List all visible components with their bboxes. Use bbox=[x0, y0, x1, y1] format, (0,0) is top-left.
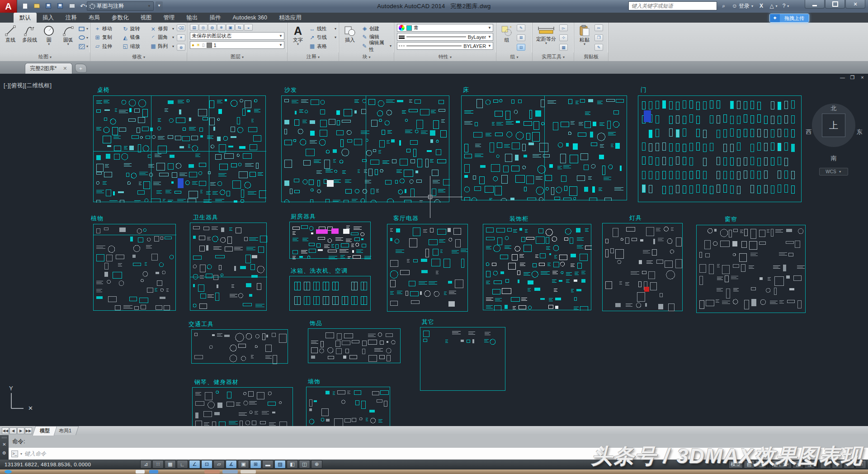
ellipse-button[interactable]: ▾ bbox=[78, 33, 89, 42]
category-box-others[interactable] bbox=[420, 327, 505, 391]
group-selection-toggle[interactable]: ⊟ bbox=[517, 44, 525, 51]
rectangle-button[interactable]: ▾ bbox=[78, 24, 89, 33]
coordinates-readout[interactable]: 131391.6822, 48198.8536, 0.0000 bbox=[5, 460, 91, 469]
ribbon-tab-8[interactable]: 插件 bbox=[204, 13, 227, 23]
viewcube[interactable]: 北 南 西 东 上 WCS ▼ bbox=[802, 99, 865, 177]
panel-label-layers[interactable]: 图层 ▾ bbox=[187, 52, 287, 61]
category-box-curtains[interactable] bbox=[696, 225, 806, 313]
toggle-quick-properties[interactable]: ◧ bbox=[287, 460, 298, 469]
autodesk360-button[interactable]: △▾ bbox=[768, 1, 779, 10]
ribbon-tab-10[interactable]: 精选应用 bbox=[273, 13, 307, 23]
layer-walk-button[interactable]: ◒ bbox=[244, 24, 253, 31]
toggle-dynamic-input[interactable]: ⊞ bbox=[250, 460, 261, 469]
lineweight-dropdown[interactable]: ByLayer ▼ bbox=[397, 33, 493, 41]
save-button[interactable] bbox=[43, 1, 53, 10]
join-button[interactable]: ⊕ bbox=[177, 44, 185, 51]
annotation-scale-button[interactable]: ◭ 1:1 ▼ bbox=[771, 460, 792, 469]
explode-button[interactable]: ✶ bbox=[177, 34, 185, 41]
category-box-ornaments[interactable] bbox=[308, 328, 401, 363]
plot-button[interactable] bbox=[67, 1, 77, 10]
cut-button[interactable]: ✂ bbox=[594, 24, 603, 31]
ribbon-tab-3[interactable]: 布局 bbox=[83, 13, 106, 23]
save-as-button[interactable] bbox=[55, 1, 65, 10]
ungroup-button[interactable]: ✎ bbox=[517, 24, 525, 31]
panel-label-modify[interactable]: 修改 ▾ bbox=[90, 52, 187, 61]
help-button[interactable]: ?▾ bbox=[780, 1, 791, 10]
toggle-object-snap[interactable]: ⊡ bbox=[201, 460, 212, 469]
arc-button[interactable]: 圆弧 ▼ bbox=[59, 24, 78, 52]
toggle-3d-object-snap[interactable]: ▱ bbox=[213, 460, 225, 469]
drag-upload-badge[interactable]: ✦ 拖拽上传 bbox=[769, 14, 809, 23]
qat-customize-button[interactable]: ▼ bbox=[156, 1, 163, 11]
start-orb-icon[interactable] bbox=[5, 470, 12, 474]
wcs-dropdown[interactable]: WCS ▼ bbox=[819, 168, 848, 175]
dimension-linear-button[interactable]: ↔线性▾ bbox=[308, 24, 337, 33]
taskbar-app-icon[interactable] bbox=[136, 470, 145, 474]
chevron-down-icon[interactable]: ▾ bbox=[20, 452, 22, 456]
category-box-appliances[interactable] bbox=[289, 276, 371, 311]
viewcube-north[interactable]: 北 bbox=[828, 104, 840, 113]
signin-button[interactable]: ☺ 登录 ▾ bbox=[731, 1, 755, 10]
modify-镜像-button[interactable]: ◭镜像 bbox=[121, 33, 147, 42]
layer-dropdown[interactable]: ● ☀ ▯ 1 ▼ bbox=[190, 41, 284, 49]
quick-select-button[interactable]: ▻ bbox=[559, 24, 568, 31]
workspace-dropdown[interactable]: 草图与注释 ▼ bbox=[87, 1, 154, 11]
insert-block-button[interactable]: 插入 bbox=[340, 24, 359, 52]
group-edit-button[interactable]: ⊞ bbox=[517, 34, 525, 41]
layer-state-dropdown[interactable]: 未保存的图层状态 ▼ bbox=[190, 32, 284, 40]
drag-grip[interactable] bbox=[2, 437, 7, 438]
drawing-minimize-icon[interactable]: — bbox=[840, 75, 845, 80]
leader-button[interactable]: ↗引线▾ bbox=[308, 33, 337, 42]
taskbar-thumbnail[interactable] bbox=[241, 470, 256, 474]
modify-缩放-button[interactable]: ◱缩放 bbox=[121, 42, 147, 51]
close-tab-icon[interactable]: ✕ bbox=[63, 66, 67, 71]
model-space-button[interactable]: 模型 bbox=[728, 460, 743, 469]
copy-clip-button[interactable]: ❐ bbox=[594, 34, 603, 41]
id-point-button[interactable]: ⊹ bbox=[559, 34, 568, 41]
paste-button[interactable]: 粘贴 ▼ bbox=[576, 24, 594, 52]
drawing-restore-icon[interactable]: ❐ bbox=[849, 75, 855, 81]
match-properties-button[interactable]: ✎ bbox=[594, 44, 603, 51]
search-button[interactable]: ⌕ bbox=[718, 1, 729, 10]
toggle-annotation-monitor[interactable]: ⊕ bbox=[311, 460, 322, 469]
panel-label-block[interactable]: 块 ▾ bbox=[339, 52, 394, 61]
ribbon-tab-2[interactable]: 注释 bbox=[60, 13, 83, 23]
taskbar-clock-area[interactable] bbox=[837, 470, 864, 474]
isolate-objects-button[interactable]: ⊘ bbox=[844, 460, 854, 469]
category-box-lamps[interactable] bbox=[602, 223, 683, 311]
linetype-dropdown[interactable]: BYLAYER ▼ bbox=[397, 42, 493, 50]
modify-修剪-button[interactable]: ⨯修剪▾ bbox=[149, 24, 175, 33]
quick-view-drawings-button[interactable]: ◫ bbox=[755, 460, 766, 469]
ribbon-tab-5[interactable]: 视图 bbox=[135, 13, 158, 23]
modify-圆角-button[interactable]: ◜圆角▾ bbox=[149, 33, 175, 42]
polyline-button[interactable]: 多段线 bbox=[21, 24, 39, 52]
panel-label-utilities[interactable]: 实用工具 ▾ bbox=[533, 52, 574, 61]
command-history-line[interactable]: 命令: bbox=[9, 435, 868, 448]
ribbon-tab-7[interactable]: 输出 bbox=[181, 13, 204, 23]
modify-移动-button[interactable]: ＋移动 bbox=[93, 24, 119, 33]
category-box-sofas[interactable] bbox=[281, 95, 449, 202]
layer-lock-button[interactable]: ▣ bbox=[226, 24, 235, 31]
annotation-autoscale-button[interactable]: ◮ bbox=[804, 460, 815, 469]
toggle-snap-mode[interactable]: ∷ bbox=[152, 460, 164, 469]
toggle-polar-tracking[interactable]: ∠ bbox=[189, 460, 200, 469]
category-box-vehicles[interactable] bbox=[191, 329, 288, 364]
category-box-plants[interactable] bbox=[93, 224, 176, 311]
modify-旋转-button[interactable]: ↻旋转 bbox=[121, 24, 147, 33]
category-box-kitchen[interactable] bbox=[289, 222, 371, 259]
ribbon-tab-6[interactable]: 管理 bbox=[158, 13, 181, 23]
next-tab-button[interactable]: ▶ bbox=[17, 427, 24, 434]
restore-button[interactable] bbox=[825, 0, 845, 9]
circle-button[interactable]: 圆 ▼ bbox=[40, 24, 58, 52]
category-box-wall-decor[interactable] bbox=[306, 387, 390, 426]
exchange-apps-button[interactable]: X bbox=[756, 1, 767, 10]
minimize-button[interactable] bbox=[805, 0, 825, 9]
model-tab[interactable]: 模型 bbox=[33, 426, 57, 436]
autocad-logo-icon[interactable]: A bbox=[0, 0, 17, 14]
toggle-grid-display[interactable]: ▦ bbox=[165, 460, 176, 469]
block-create-button[interactable]: ◈创建 bbox=[360, 24, 392, 33]
windows-taskbar[interactable] bbox=[0, 469, 868, 474]
last-tab-button[interactable]: ▶▶ bbox=[25, 427, 32, 434]
taskbar-app-icon[interactable] bbox=[149, 470, 158, 474]
erase-button[interactable]: ⌫ bbox=[177, 24, 185, 31]
